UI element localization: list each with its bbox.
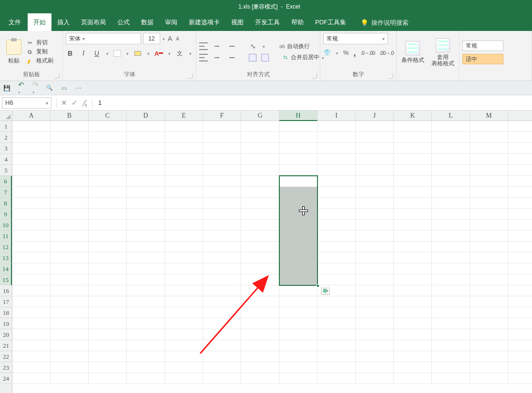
cell-A4[interactable]	[12, 154, 51, 164]
cell-B2[interactable]	[51, 132, 89, 142]
cell-E21[interactable]	[165, 340, 203, 351]
cell-J12[interactable]	[356, 242, 394, 252]
cell-F4[interactable]	[203, 154, 241, 164]
cell-M3[interactable]	[470, 143, 508, 153]
paste-button[interactable]: 粘贴	[3, 39, 25, 65]
cell-B7[interactable]	[51, 187, 89, 197]
cell-C23[interactable]	[89, 362, 127, 373]
cell-C14[interactable]	[89, 263, 127, 274]
cell-I5[interactable]	[317, 165, 356, 175]
cell-J22[interactable]	[356, 351, 394, 362]
phonetic-button[interactable]: 文	[175, 49, 184, 58]
cell-I20[interactable]	[317, 329, 356, 340]
cell-M9[interactable]	[470, 209, 508, 219]
underline-caret[interactable]	[106, 50, 109, 57]
cell-I14[interactable]	[317, 263, 356, 274]
cell-F22[interactable]	[203, 351, 241, 362]
number-launcher[interactable]	[388, 73, 394, 79]
cell-J2[interactable]	[356, 132, 394, 142]
cell-D10[interactable]	[127, 220, 165, 230]
cell-A2[interactable]	[12, 132, 51, 142]
column-header-J[interactable]: J	[356, 111, 394, 121]
cell-B11[interactable]	[51, 231, 89, 241]
border-caret[interactable]	[126, 50, 129, 57]
cell-J1[interactable]	[356, 121, 394, 131]
cell-M22[interactable]	[470, 351, 508, 362]
cell-A11[interactable]	[12, 231, 51, 241]
cell-K9[interactable]	[394, 209, 432, 219]
fill-handle[interactable]	[317, 284, 319, 287]
orientation-caret[interactable]	[262, 43, 265, 50]
cell-L20[interactable]	[432, 329, 470, 340]
cell-H21[interactable]	[279, 340, 317, 351]
cell-A12[interactable]	[12, 242, 51, 252]
cell-L1[interactable]	[432, 121, 470, 131]
cell-G9[interactable]	[241, 209, 279, 219]
cell-F14[interactable]	[203, 263, 241, 274]
cell-C2[interactable]	[89, 132, 127, 142]
tab-page-layout[interactable]: 页面布局	[75, 13, 112, 31]
cell-D19[interactable]	[127, 318, 165, 329]
cell-L8[interactable]	[432, 198, 470, 208]
cell-K19[interactable]	[394, 318, 432, 329]
cell-E23[interactable]	[165, 362, 203, 373]
cell-style-accent[interactable]: 适中	[462, 54, 503, 64]
cell-G7[interactable]	[241, 187, 279, 197]
cell-F24[interactable]	[203, 373, 241, 383]
cell-E9[interactable]	[165, 209, 203, 219]
cell-I19[interactable]	[317, 318, 356, 329]
cell-J11[interactable]	[356, 231, 394, 241]
tab-insert[interactable]: 插入	[51, 13, 75, 31]
cell-L6[interactable]	[432, 176, 470, 186]
column-header-B[interactable]: B	[51, 111, 89, 121]
cell-I8[interactable]	[317, 198, 356, 208]
row-header-22[interactable]: 22	[0, 351, 12, 362]
cell-M13[interactable]	[470, 252, 508, 263]
cell-D17[interactable]	[127, 296, 165, 307]
cell-J18[interactable]	[356, 307, 394, 318]
cell-G10[interactable]	[241, 220, 279, 230]
cell-A21[interactable]	[12, 340, 51, 351]
cell-C1[interactable]	[89, 121, 127, 131]
cell-G6[interactable]	[241, 176, 279, 186]
cell-J10[interactable]	[356, 220, 394, 230]
cell-E15[interactable]	[165, 274, 203, 285]
column-header-A[interactable]: A	[12, 111, 51, 121]
tab-help[interactable]: 帮助	[286, 13, 309, 31]
cell-I11[interactable]	[317, 231, 356, 241]
cell-D1[interactable]	[127, 121, 165, 131]
cell-E16[interactable]	[165, 285, 203, 296]
qat-tool-button[interactable]	[60, 84, 68, 92]
cell-style-normal[interactable]: 常规	[462, 40, 503, 51]
cell-C9[interactable]	[89, 209, 127, 219]
cell-G8[interactable]	[241, 198, 279, 208]
decrease-font-button[interactable]: A	[175, 36, 180, 41]
cell-F3[interactable]	[203, 143, 241, 153]
worksheet-grid[interactable]: ABCDEFGHIJKLM 12345678910111213141516171…	[0, 111, 532, 393]
cell-M17[interactable]	[470, 296, 508, 307]
cell-D18[interactable]	[127, 307, 165, 318]
cell-J9[interactable]	[356, 209, 394, 219]
cell-K20[interactable]	[394, 329, 432, 340]
increase-decimal-button[interactable]: .0→.00	[361, 50, 375, 56]
cell-M24[interactable]	[470, 373, 508, 383]
cell-A3[interactable]	[12, 143, 51, 153]
cell-K24[interactable]	[394, 373, 432, 383]
cell-F9[interactable]	[203, 209, 241, 219]
align-right-button[interactable]	[226, 54, 235, 61]
wrap-text-button[interactable]: ab自动换行	[279, 42, 310, 50]
italic-button[interactable]: I	[79, 49, 88, 58]
cell-B22[interactable]	[51, 351, 89, 362]
cell-M12[interactable]	[470, 242, 508, 252]
cell-K23[interactable]	[394, 362, 432, 373]
cell-G17[interactable]	[241, 296, 279, 307]
cell-A8[interactable]	[12, 198, 51, 208]
cell-K14[interactable]	[394, 263, 432, 274]
cell-L11[interactable]	[432, 231, 470, 241]
cell-C12[interactable]	[89, 242, 127, 252]
cell-K2[interactable]	[394, 132, 432, 142]
cell-B16[interactable]	[51, 285, 89, 296]
tab-formulas[interactable]: 公式	[112, 13, 135, 31]
cell-M18[interactable]	[470, 307, 508, 318]
cell-C24[interactable]	[89, 373, 127, 383]
